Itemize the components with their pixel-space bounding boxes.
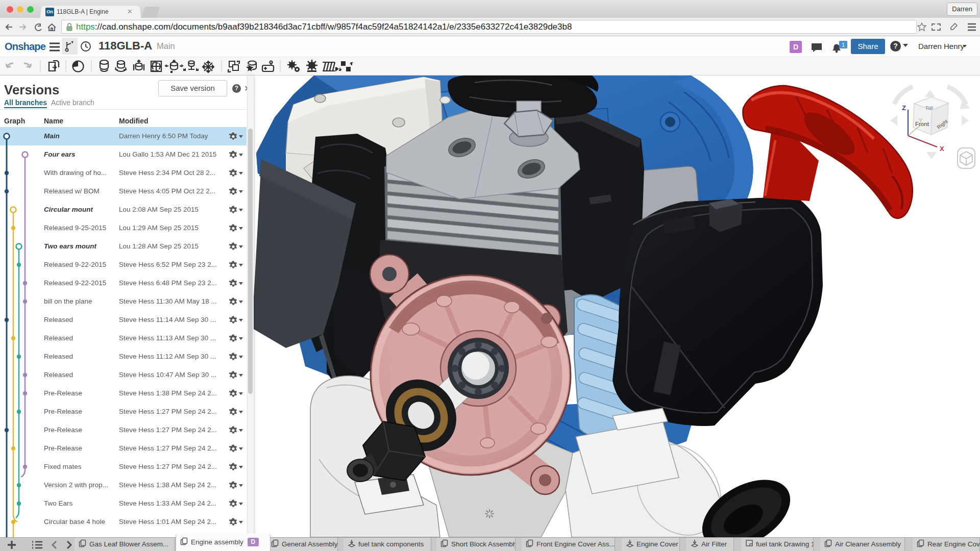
- svg-text:1: 1: [842, 42, 845, 48]
- svg-text:Y: Y: [919, 117, 923, 123]
- svg-text:Z: Z: [902, 104, 906, 112]
- svg-text:X: X: [940, 145, 944, 153]
- svg-text:Top: Top: [924, 104, 934, 111]
